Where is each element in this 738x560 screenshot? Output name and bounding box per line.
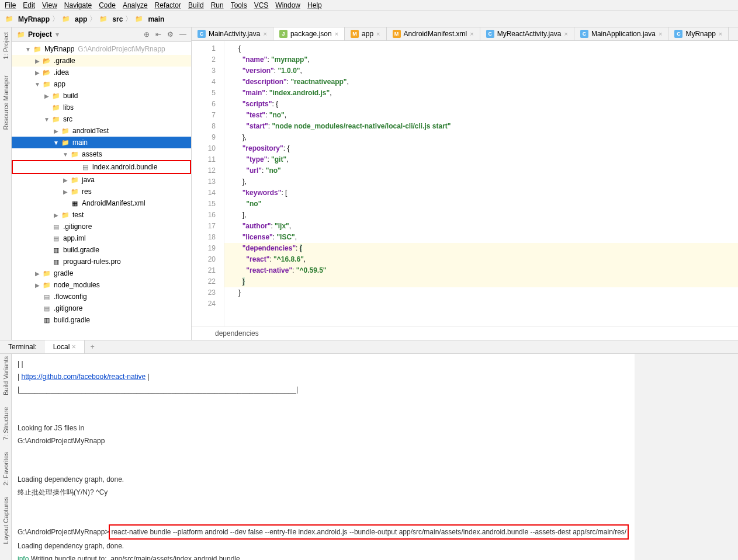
file-type-icon: C: [486, 30, 494, 38]
tab-label: AndroidManifest.xml: [404, 30, 467, 38]
side-tab-Layout Captures[interactable]: Layout Captures: [2, 497, 9, 544]
tree-item-label: .gitignore: [54, 304, 82, 312]
file-icon: ▤: [42, 292, 51, 301]
left-tool-stripe-lower: Build Variants7: Structure2: FavoritesLa…: [0, 354, 12, 560]
tree-item-label: build: [63, 92, 78, 100]
tree-item-libs[interactable]: 📁 libs: [12, 102, 191, 113]
tree-item-label: .flowconfig: [54, 293, 87, 301]
tree-item-label: java: [82, 176, 95, 184]
menu-window[interactable]: Window: [275, 1, 300, 9]
terminal-tab-local[interactable]: Local ×: [45, 340, 85, 353]
tab-label: MyRnapp: [685, 30, 715, 38]
folder-icon: 📁: [61, 138, 70, 147]
folder-icon: 📁: [42, 280, 51, 290]
tree-item-.idea[interactable]: ▶ 📂 .idea: [12, 67, 191, 78]
breadcrumb-bar: 📁MyRnapp〉📁app〉📁src〉📁main: [0, 11, 738, 27]
tree-item-gradle[interactable]: ▶ 📁 gradle: [12, 267, 191, 279]
tab-project[interactable]: 1: Project: [2, 30, 9, 61]
close-icon[interactable]: ×: [564, 30, 568, 37]
tree-item-label: test: [72, 211, 84, 219]
tree-item-androidTest[interactable]: ▶ 📁 androidTest: [12, 125, 191, 137]
file-type-icon: C: [674, 30, 682, 38]
menu-build[interactable]: Build: [188, 1, 204, 9]
tree-item-label: .gitignore: [63, 222, 92, 231]
editor-tab-MyRnapp[interactable]: C MyRnapp ×: [668, 27, 729, 40]
editor-area: C MainActivity.java × J package.json × M…: [192, 27, 738, 340]
close-icon[interactable]: ×: [470, 30, 473, 37]
close-icon[interactable]: ×: [659, 30, 662, 37]
breadcrumb-app[interactable]: 📁app: [61, 15, 87, 24]
tree-item-java[interactable]: ▶ 📁 java: [12, 174, 191, 186]
editor-tabs: C MainActivity.java × J package.json × M…: [192, 27, 738, 41]
tab-label: MyReactActivity.java: [497, 30, 562, 38]
tree-item-app.iml[interactable]: ▤ app.iml: [12, 232, 191, 244]
tree-item-main[interactable]: ▼ 📁 main: [12, 137, 191, 148]
tree-item-src[interactable]: ▼ 📁 src: [12, 113, 191, 125]
tree-item-res[interactable]: ▶ 📁 res: [12, 186, 191, 197]
close-icon[interactable]: ×: [335, 30, 338, 37]
gear-icon[interactable]: ⚙: [167, 30, 174, 39]
menu-edit[interactable]: Edit: [23, 1, 35, 9]
menu-view[interactable]: View: [42, 1, 57, 9]
collapse-icon[interactable]: ⇤: [155, 30, 161, 39]
tree-item-index.android.bundle[interactable]: ▤ index.android.bundle: [12, 160, 191, 174]
tree-item-assets[interactable]: ▼ 📁 assets: [12, 148, 191, 160]
tree-item-.gitignore[interactable]: ▤ .gitignore: [12, 302, 191, 314]
tree-item-app[interactable]: ▼ 📁 app: [12, 78, 191, 90]
side-tab-2: Favorites[interactable]: 2: Favorites: [2, 452, 9, 485]
tree-item-build.gradle[interactable]: ▥ build.gradle: [12, 244, 191, 256]
tree-item-.gradle[interactable]: ▶ 📂 .gradle: [12, 55, 191, 67]
tree-item-test[interactable]: ▶ 📁 test: [12, 209, 191, 221]
file-icon: ▥: [42, 315, 51, 325]
project-panel-header: 📁 Project ▾ ⊕ ⇤ ⚙ —: [12, 27, 191, 42]
editor-tab-app[interactable]: M app ×: [345, 27, 386, 40]
project-tree[interactable]: ▼ 📁 MyRnapp G:\AndroidProject\MyRnapp ▶ …: [12, 42, 191, 340]
tree-item-MyRnapp[interactable]: ▼ 📁 MyRnapp G:\AndroidProject\MyRnapp: [12, 43, 191, 55]
tree-item-AndroidManifest.xml[interactable]: ▦ AndroidManifest.xml: [12, 197, 191, 209]
tree-item-label: src: [63, 115, 72, 123]
side-tab-7: Structure[interactable]: 7: Structure: [2, 407, 9, 440]
editor-tab-package.json[interactable]: J package.json ×: [273, 27, 345, 41]
menu-navigate[interactable]: Navigate: [64, 1, 92, 9]
tree-item-label: main: [72, 138, 88, 147]
close-icon[interactable]: ×: [376, 30, 380, 37]
menu-tools[interactable]: Tools: [231, 1, 247, 9]
target-icon[interactable]: ⊕: [144, 30, 150, 39]
folder-icon: 📂: [42, 56, 51, 65]
terminal-add-tab[interactable]: +: [85, 340, 101, 353]
menu-code[interactable]: Code: [99, 1, 116, 9]
editor-tab-AndroidManifest.xml[interactable]: M AndroidManifest.xml ×: [387, 27, 480, 40]
side-tab-Build Variants[interactable]: Build Variants: [2, 356, 9, 395]
close-icon[interactable]: ×: [263, 30, 266, 37]
editor-tab-MyReactActivity.java[interactable]: C MyReactActivity.java ×: [480, 27, 574, 40]
breadcrumb-main[interactable]: 📁main: [134, 15, 164, 24]
file-icon: ▤: [81, 162, 90, 172]
tree-item-label: assets: [82, 150, 102, 158]
tree-item-.gitignore[interactable]: ▤ .gitignore: [12, 221, 191, 232]
menu-analyze[interactable]: Analyze: [123, 1, 148, 9]
menu-file[interactable]: File: [5, 1, 16, 9]
tab-label: app: [362, 30, 373, 38]
breadcrumb-MyRnapp[interactable]: 📁MyRnapp: [5, 15, 50, 24]
chevron-down-icon[interactable]: ▾: [56, 30, 59, 39]
tab-resource-manager[interactable]: Resource Manager: [2, 73, 9, 133]
tree-item-path: G:\AndroidProject\MyRnapp: [78, 45, 165, 53]
tree-item-build[interactable]: ▶ 📁 build: [12, 90, 191, 102]
tree-item-node_modules[interactable]: ▶ 📁 node_modules: [12, 279, 191, 291]
menu-vcs[interactable]: VCS: [254, 1, 269, 9]
close-icon[interactable]: ×: [719, 30, 722, 37]
menu-run[interactable]: Run: [211, 1, 224, 9]
menu-refactor[interactable]: Refactor: [155, 1, 181, 9]
tree-item-build.gradle[interactable]: ▥ build.gradle: [12, 314, 191, 326]
terminal-content[interactable]: | || https://github.com/facebook/react-n…: [12, 354, 635, 560]
editor-breadcrumb[interactable]: dependencies: [192, 326, 738, 340]
menu-help[interactable]: Help: [307, 1, 322, 9]
tree-item-.flowconfig[interactable]: ▤ .flowconfig: [12, 291, 191, 302]
breadcrumb-src[interactable]: 📁src: [99, 15, 123, 24]
tree-item-proguard-rules.pro[interactable]: ▥ proguard-rules.pro: [12, 256, 191, 267]
editor-tab-MainActivity.java[interactable]: C MainActivity.java ×: [192, 27, 273, 40]
editor-tab-MainApplication.java[interactable]: C MainApplication.java ×: [574, 27, 669, 40]
editor-code[interactable]: { "name": "myrnapp", "version": "1.0.0",…: [224, 41, 738, 326]
hide-icon[interactable]: —: [179, 30, 186, 39]
folder-icon: 📁: [51, 114, 61, 124]
